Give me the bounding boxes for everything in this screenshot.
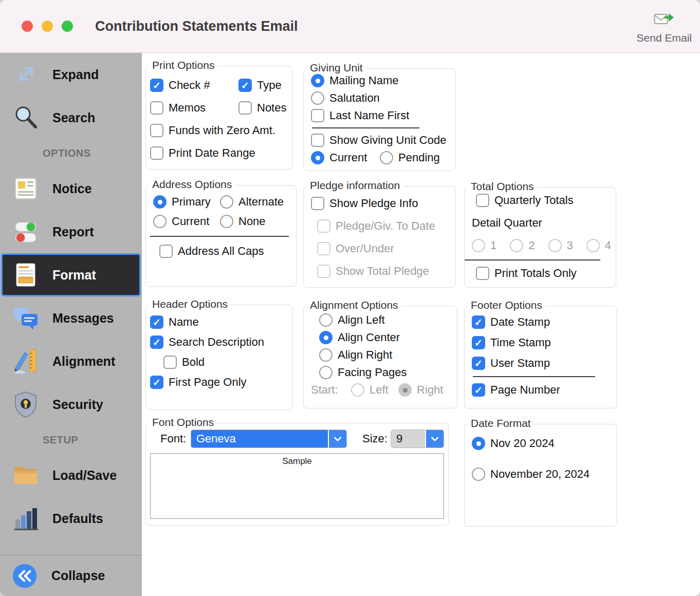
checkbox-memos[interactable] <box>150 101 163 115</box>
checkbox-show-pledge-info[interactable] <box>311 197 324 210</box>
font-size-select[interactable]: 9 <box>391 430 444 448</box>
checkbox-bold[interactable] <box>163 356 177 369</box>
zoom-window-button[interactable] <box>62 21 73 32</box>
checkbox-option-name[interactable]: Name <box>150 315 199 329</box>
sidebar-item-report[interactable]: Report <box>0 210 142 253</box>
radio-option-salutation[interactable]: Salutation <box>311 91 380 105</box>
radio-option-primary[interactable]: Primary <box>153 195 220 209</box>
checkbox-option-quarterly-totals[interactable]: Quarterly Totals <box>476 194 574 207</box>
checkbox-quarterly-totals[interactable] <box>476 194 489 207</box>
radio-alternate[interactable] <box>220 195 233 209</box>
checkbox-option-show-giving-unit-code[interactable]: Show Giving Unit Code <box>311 134 446 147</box>
send-email-icon <box>654 10 674 28</box>
checkbox-check[interactable] <box>150 79 163 92</box>
option-label: Mailing Name <box>329 74 399 87</box>
radio-november-20-2024[interactable] <box>472 468 485 481</box>
radio-align-right[interactable] <box>319 348 333 362</box>
checkbox-option-user-stamp[interactable]: User Stamp <box>472 357 550 370</box>
checkbox-print-date-range[interactable] <box>150 146 163 160</box>
checkbox-search-description[interactable] <box>150 336 163 349</box>
font-select[interactable]: Geneva <box>191 430 347 448</box>
sidebar-item-notice[interactable]: Notice <box>0 167 142 210</box>
sidebar-item-label: Search <box>52 110 95 125</box>
close-window-button[interactable] <box>22 21 33 32</box>
checkbox-option-time-stamp[interactable]: Time Stamp <box>472 336 551 349</box>
radio-align-center[interactable] <box>319 331 333 344</box>
radio-salutation[interactable] <box>311 91 324 105</box>
checkbox-option-date-stamp[interactable]: Date Stamp <box>472 315 550 329</box>
checkbox-option-notes[interactable]: Notes <box>238 101 286 115</box>
checkbox-option-check[interactable]: Check # <box>150 79 238 92</box>
group-title: Font Options <box>149 416 217 429</box>
checkbox-option-memos[interactable]: Memos <box>150 101 238 115</box>
radio-option-facing-pages[interactable]: Facing Pages <box>319 366 407 379</box>
sidebar-item-expand[interactable]: Expand <box>0 53 142 96</box>
sidebar-collapse-button[interactable]: Collapse <box>0 555 142 596</box>
checkbox-funds-with-zero-amt[interactable] <box>150 124 163 137</box>
chevron-down-icon[interactable] <box>425 430 444 448</box>
checkbox-show-giving-unit-code[interactable] <box>311 134 324 147</box>
option-label: November 20, 2024 <box>490 468 590 481</box>
checkbox-date-stamp[interactable] <box>472 315 485 329</box>
main-content: Print Options Check #TypeMemosNotesFunds… <box>142 53 700 596</box>
checkbox-user-stamp[interactable] <box>472 357 485 370</box>
sidebar-item-messages[interactable]: Messages <box>0 296 142 340</box>
checkbox-type[interactable] <box>238 79 252 92</box>
sidebar-item-search[interactable]: Search <box>0 96 142 139</box>
radio-align-left[interactable] <box>319 313 333 327</box>
font-options-group: Font Options Font: Geneva Size: 9 <box>145 423 449 526</box>
checkbox-option-last-name-first[interactable]: Last Name First <box>311 109 409 122</box>
radio-option-mailing-name[interactable]: Mailing Name <box>311 74 399 87</box>
checkbox-notes[interactable] <box>238 101 252 115</box>
radio-option-current[interactable]: Current <box>311 151 380 164</box>
checkbox-address-all-caps[interactable] <box>159 245 173 258</box>
search-icon <box>9 103 42 132</box>
checkbox-option-address-all-caps[interactable]: Address All Caps <box>159 245 264 258</box>
radio-1 <box>472 239 485 252</box>
radio-option-current[interactable]: Current <box>153 215 220 228</box>
checkbox-option-first-page-only[interactable]: First Page Only <box>150 376 247 389</box>
checkbox-option-bold[interactable]: Bold <box>163 356 205 369</box>
radio-option-align-center[interactable]: Align Center <box>319 331 400 344</box>
radio-option-align-right[interactable]: Align Right <box>319 348 392 362</box>
radio-facing-pages[interactable] <box>319 366 333 379</box>
radio-option-none[interactable]: None <box>220 215 266 228</box>
checkbox-option-print-totals-only[interactable]: Print Totals Only <box>476 267 577 280</box>
radio-option-alternate[interactable]: Alternate <box>220 195 284 209</box>
sidebar-item-alignment[interactable]: Alignment <box>0 340 142 383</box>
option-row: Search Description <box>150 333 285 351</box>
checkbox-option-funds-with-zero-amt[interactable]: Funds with Zero Amt. <box>150 124 275 137</box>
radio-nov-20-2024[interactable] <box>472 437 485 450</box>
checkbox-option-print-date-range[interactable]: Print Date Range <box>150 146 255 160</box>
chevron-down-icon[interactable] <box>328 430 346 448</box>
sidebar-item-format[interactable]: Format <box>1 253 141 296</box>
radio-primary[interactable] <box>153 195 167 209</box>
checkbox-name[interactable] <box>150 315 163 329</box>
checkbox-option-type[interactable]: Type <box>238 79 282 92</box>
checkbox-option-search-description[interactable]: Search Description <box>150 336 264 349</box>
radio-option-nov-20-2024[interactable]: Nov 20 2024 <box>472 437 555 450</box>
send-email-button[interactable]: Send Email <box>637 10 692 44</box>
giving-unit-body: Mailing NameSalutationLast Name FirstSho… <box>304 69 455 171</box>
checkbox-last-name-first[interactable] <box>311 109 324 122</box>
checkbox-time-stamp[interactable] <box>472 336 485 349</box>
radio-pending[interactable] <box>380 151 393 164</box>
checkbox-page-number[interactable] <box>472 383 485 397</box>
sidebar-item-defaults[interactable]: Defaults <box>0 497 142 540</box>
checkbox-option-page-number[interactable]: Page Number <box>472 383 560 397</box>
minimize-window-button[interactable] <box>42 21 53 32</box>
radio-option-align-left[interactable]: Align Left <box>319 313 385 327</box>
sidebar-item-load-save[interactable]: Load/Save <box>0 454 142 497</box>
radio-current[interactable] <box>153 215 167 228</box>
radio-none[interactable] <box>220 215 233 228</box>
checkbox-option-show-pledge-info[interactable]: Show Pledge Info <box>311 197 418 210</box>
radio-option-november-20-2024[interactable]: November 20, 2024 <box>472 468 590 481</box>
date-format-body: Nov 20 2024November 20, 2024 <box>465 424 617 499</box>
sidebar-item-security[interactable]: Security <box>0 383 142 426</box>
checkbox-first-page-only[interactable] <box>150 376 163 389</box>
option-row: Show Giving Unit Code <box>311 133 448 148</box>
checkbox-print-totals-only[interactable] <box>476 267 489 280</box>
radio-mailing-name[interactable] <box>311 74 324 87</box>
radio-option-pending[interactable]: Pending <box>380 151 440 164</box>
radio-current[interactable] <box>311 151 324 164</box>
